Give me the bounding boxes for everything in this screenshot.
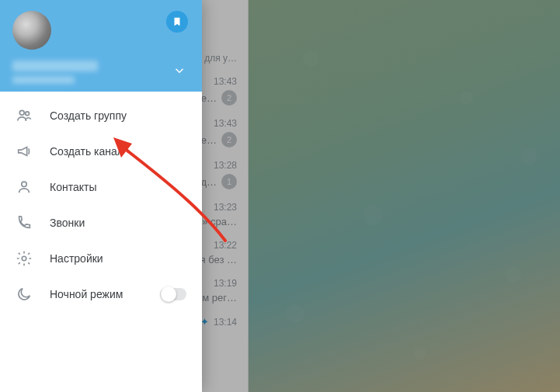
avatar[interactable] (12, 11, 51, 50)
night-mode-toggle[interactable] (160, 288, 186, 300)
menu-contacts[interactable]: Контакты (0, 169, 202, 205)
menu-label: Создать канал (50, 145, 186, 158)
menu-night-mode[interactable]: Ночной режим (0, 276, 202, 312)
bookmark-icon (172, 16, 183, 27)
gear-icon (16, 250, 33, 267)
menu-label: Настройки (50, 252, 186, 265)
account-phone-blurred (12, 76, 75, 84)
menu-calls[interactable]: Звонки (0, 205, 202, 241)
svg-point-1 (26, 112, 30, 116)
person-icon (16, 179, 33, 196)
side-drawer: Создать группу Создать канал Контакты Зв… (0, 0, 202, 392)
app-root: а для у… 13:43 те…2 13:43 де…2 13:28 а д… (0, 0, 560, 392)
svg-point-2 (22, 182, 26, 186)
menu-label: Звонки (50, 217, 186, 229)
drawer-menu: Создать группу Создать канал Контакты Зв… (0, 92, 202, 318)
menu-label: Ночной режим (50, 288, 143, 300)
accounts-expand-button[interactable] (172, 64, 186, 81)
drawer-scrim[interactable] (202, 0, 560, 392)
svg-point-3 (22, 256, 26, 261)
menu-label: Контакты (50, 181, 186, 193)
phone-icon (16, 214, 33, 231)
menu-new-group[interactable]: Создать группу (0, 98, 202, 134)
svg-point-0 (19, 110, 24, 115)
menu-settings[interactable]: Настройки (0, 241, 202, 276)
megaphone-icon (16, 143, 33, 160)
drawer-header (0, 0, 202, 92)
account-name-blurred (12, 61, 98, 71)
saved-messages-button[interactable] (166, 11, 188, 33)
group-icon (16, 107, 33, 124)
chevron-down-icon (172, 64, 186, 78)
menu-label: Создать группу (50, 109, 186, 122)
moon-icon (16, 286, 33, 303)
menu-new-channel[interactable]: Создать канал (0, 134, 202, 169)
